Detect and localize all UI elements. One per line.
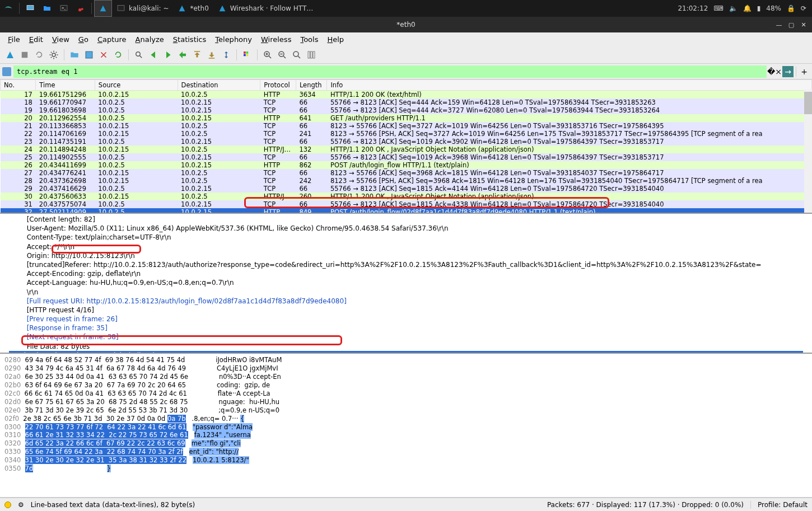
lock-icon[interactable]: 🔒 — [787, 4, 795, 12]
arrow-down-bar-icon — [207, 50, 217, 60]
packet-bytes-pane[interactable]: 0280 69 4a 6f 64 48 52 77 4f 69 38 76 4d… — [0, 354, 812, 498]
capture-options-button[interactable] — [47, 48, 60, 62]
packet-row[interactable]: 2620.43441169910.0.2.510.0.2.15HTTP862PO… — [1, 161, 812, 169]
packet-row[interactable]: 2420.11489424810.0.2.1510.0.2.5HTTP/J…13… — [1, 146, 812, 153]
last-packet-button[interactable] — [205, 48, 218, 62]
column-header[interactable]: Protocol — [260, 80, 296, 91]
auto-scroll-button[interactable] — [220, 48, 233, 62]
keyboard-icon[interactable]: ⌨ — [713, 4, 723, 12]
power-icon[interactable]: ⟳ — [801, 4, 806, 12]
go-back-button[interactable] — [147, 48, 160, 62]
colorize-button[interactable] — [240, 48, 254, 62]
apply-filter-button[interactable]: → — [782, 66, 794, 77]
menu-tools[interactable]: Tools — [297, 34, 321, 45]
taskbar-task[interactable] — [94, 0, 112, 17]
start-capture-button[interactable] — [3, 48, 17, 62]
maximize-button[interactable]: ▢ — [786, 21, 796, 29]
packet-row[interactable]: 2120.11336685310.0.2.1510.0.2.5TCP668123… — [1, 122, 812, 130]
capture-file-props-button[interactable]: ⚙ — [18, 501, 24, 509]
menu-analyze[interactable]: Analyze — [132, 34, 167, 45]
packet-row[interactable]: 2520.11490255510.0.2.510.0.2.15TCP665576… — [1, 153, 812, 161]
status-profile[interactable]: Profile: Default — [750, 501, 808, 509]
column-header[interactable]: Time — [36, 80, 95, 91]
save-file-button[interactable] — [82, 48, 96, 62]
clock[interactable]: 21:02:12 — [678, 4, 708, 12]
packet-row[interactable]: 2920.43741662910.0.2.510.0.2.15TCP665576… — [1, 185, 812, 193]
packet-row[interactable]: 1919.66180369810.0.2.510.0.2.15TCP665576… — [1, 106, 812, 114]
svg-rect-21 — [313, 51, 315, 58]
taskbar-task[interactable]: Wireshark · Follow HTT… — [213, 0, 318, 17]
cherrytree-button[interactable] — [72, 0, 89, 17]
show-desktop-button[interactable] — [22, 0, 39, 17]
titlebar[interactable]: *eth0 — ▢ ✕ — [0, 17, 812, 32]
find-button[interactable] — [132, 48, 146, 62]
packet-row[interactable]: 1819.66177094710.0.2.510.0.2.15TCP665576… — [1, 99, 812, 106]
notification-icon[interactable]: 🔔 — [743, 4, 752, 12]
packet-row[interactable]: 2220.11470616910.0.2.1510.0.2.5TCP241812… — [1, 130, 812, 138]
packet-details-pane[interactable]: [Content length: 82] User-Agent: Mozilla… — [0, 214, 812, 354]
column-header[interactable]: Info — [327, 80, 812, 91]
display-filter-bar: �× → + — [0, 64, 812, 79]
file-manager-button[interactable] — [39, 0, 55, 17]
add-filter-button[interactable]: + — [799, 66, 810, 77]
close-file-button[interactable] — [97, 48, 110, 62]
column-header[interactable]: Destination — [178, 80, 260, 91]
first-packet-button[interactable] — [190, 48, 204, 62]
restart-capture-button[interactable] — [32, 48, 46, 62]
close-button[interactable]: ✕ — [799, 21, 809, 29]
reload-button[interactable] — [111, 48, 125, 62]
menu-statistics[interactable]: Statistics — [170, 34, 209, 45]
menu-capture[interactable]: Capture — [94, 34, 130, 45]
minimize-button[interactable]: — — [774, 21, 784, 29]
zoom-reset-button[interactable] — [290, 48, 304, 62]
packet-row[interactable]: 1719.66175129610.0.2.1510.0.2.5HTTP3634H… — [1, 91, 812, 99]
menu-edit[interactable]: Edit — [26, 34, 46, 45]
packet-row[interactable]: 3120.43757507410.0.2.510.0.2.15TCP665576… — [1, 200, 812, 208]
terminal-launcher-button[interactable]: >_ — [55, 0, 72, 17]
packet-list-pane[interactable]: No.TimeSourceDestinationProtocolLengthIn… — [0, 79, 812, 214]
zoom-out-icon — [277, 50, 287, 60]
arrow-left-icon — [148, 50, 158, 60]
menu-go[interactable]: Go — [75, 34, 92, 45]
packet-row[interactable]: 2720.43477624110.0.2.1510.0.2.5TCP668123… — [1, 169, 812, 177]
packet-row[interactable]: 2020.11296255410.0.2.510.0.2.15HTTP641GE… — [1, 114, 812, 122]
clear-filter-button[interactable]: �× — [769, 66, 780, 77]
packet-row[interactable]: 3020.43756063310.0.2.1510.0.2.5HTTP/J…26… — [1, 193, 812, 200]
column-header[interactable]: Length — [296, 80, 327, 91]
filter-bookmark-button[interactable] — [2, 67, 11, 76]
zoom-out-button[interactable] — [276, 48, 289, 62]
packet-list-scrollbar[interactable] — [804, 90, 812, 213]
packet-row[interactable]: 2820.43736269810.0.2.1510.0.2.5TCP242812… — [1, 177, 812, 185]
menu-view[interactable]: View — [49, 34, 73, 45]
kali-menu-button[interactable] — [0, 0, 17, 17]
column-header[interactable]: Source — [95, 80, 178, 91]
zoom-in-button[interactable] — [261, 48, 274, 62]
resize-columns-button[interactable] — [305, 48, 318, 62]
desktop-taskbar: >_ kali@kali: ~*eth0Wireshark · Follow H… — [0, 0, 812, 17]
expert-info-button[interactable] — [4, 501, 11, 508]
taskbar-task[interactable]: kali@kali: ~ — [112, 0, 173, 17]
svg-rect-11 — [209, 58, 215, 59]
battery-icon[interactable]: ▮ — [757, 4, 761, 12]
search-icon — [134, 50, 144, 60]
packet-row[interactable]: 2320.11473519110.0.2.510.0.2.15TCP665576… — [1, 138, 812, 146]
columns-icon — [306, 50, 316, 60]
svg-rect-5 — [118, 6, 124, 11]
stop-capture-button[interactable] — [18, 48, 31, 62]
reload-icon — [113, 50, 123, 60]
menu-help[interactable]: Help — [324, 34, 347, 45]
go-forward-button[interactable] — [161, 48, 175, 62]
volume-icon[interactable]: 🔈 — [729, 4, 738, 12]
go-to-packet-button[interactable] — [176, 48, 189, 62]
open-file-button[interactable] — [68, 48, 81, 62]
display-filter-input[interactable] — [13, 65, 767, 78]
packet-row[interactable]: 3227.50211490910.0.2.510.0.2.15HTTP849PO… — [1, 208, 812, 214]
folder-icon — [43, 4, 52, 13]
menu-file[interactable]: File — [4, 34, 24, 45]
save-icon — [84, 50, 94, 60]
taskbar-task[interactable]: *eth0 — [173, 0, 213, 17]
menu-wireless[interactable]: Wireless — [258, 34, 295, 45]
system-tray: 21:02:12 ⌨ 🔈 🔔 ▮ 48% 🔒 ⟳ — [672, 4, 812, 12]
menu-telephony[interactable]: Telephony — [212, 34, 255, 45]
column-header[interactable]: No. — [1, 80, 36, 91]
